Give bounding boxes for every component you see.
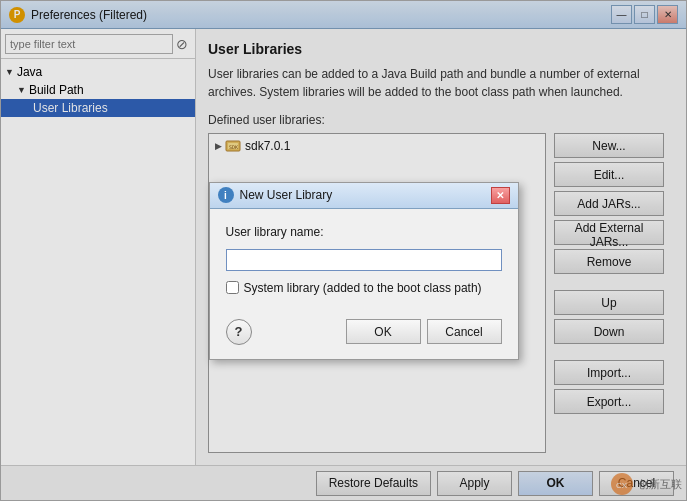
system-library-checkbox[interactable] [226,281,239,294]
dialog-content: User library name: System library (added… [210,209,518,311]
dialog-title: New User Library [240,188,491,202]
dialog-btn-group: OK Cancel [346,319,502,344]
system-library-row: System library (added to the boot class … [226,281,502,295]
dialog-cancel-button[interactable]: Cancel [427,319,502,344]
main-window: P Preferences (Filtered) — □ ✕ ⊘ ▼ Java [0,0,687,501]
dialog-buttons-row: ? OK Cancel [210,311,518,359]
library-name-label: User library name: [226,225,502,239]
dialog-title-bar: i New User Library ✕ [210,183,518,209]
help-button[interactable]: ? [226,319,252,345]
modal-overlay: i New User Library ✕ User library name: … [1,1,686,500]
new-user-library-dialog: i New User Library ✕ User library name: … [209,182,519,360]
library-name-input[interactable] [226,249,502,271]
dialog-ok-button[interactable]: OK [346,319,421,344]
dialog-close-button[interactable]: ✕ [491,187,510,204]
dialog-info-icon: i [218,187,234,203]
system-library-label: System library (added to the boot class … [244,281,482,295]
